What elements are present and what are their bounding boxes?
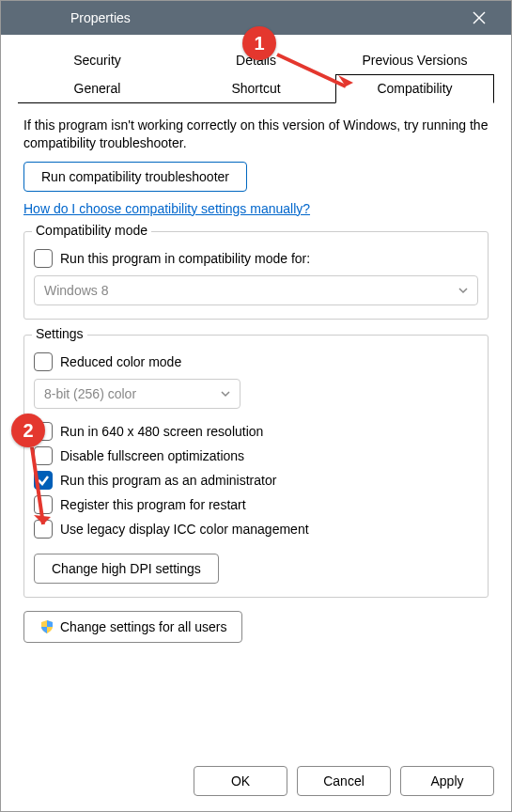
color-mode-select-value: 8-bit (256) color xyxy=(44,386,136,401)
compat-mode-row: Run this program in compatibility mode f… xyxy=(34,249,478,268)
tab-body: If this program isn't working correctly … xyxy=(18,103,494,745)
compat-mode-select-value: Windows 8 xyxy=(44,283,108,298)
compatibility-mode-group: Compatibility mode Run this program in c… xyxy=(23,231,489,320)
content-area: Security Details Previous Versions Gener… xyxy=(1,35,511,755)
annotation-badge-1: 1 xyxy=(242,26,276,60)
reduced-color-checkbox[interactable] xyxy=(34,352,53,371)
apply-button[interactable]: Apply xyxy=(400,766,494,796)
register-restart-label: Register this program for restart xyxy=(60,497,246,512)
change-dpi-button[interactable]: Change high DPI settings xyxy=(34,554,219,584)
legacy-icc-row: Use legacy display ICC color management xyxy=(34,520,478,539)
chevron-down-icon xyxy=(221,389,230,398)
window-title: Properties xyxy=(14,10,131,25)
change-all-users-button[interactable]: Change settings for all users xyxy=(23,611,242,643)
cancel-button[interactable]: Cancel xyxy=(297,766,391,796)
tab-general[interactable]: General xyxy=(18,74,177,102)
disable-fullscreen-row: Disable fullscreen optimizations xyxy=(34,446,478,465)
disable-fullscreen-label: Disable fullscreen optimizations xyxy=(60,448,244,463)
run-troubleshooter-button[interactable]: Run compatibility troubleshooter xyxy=(23,162,247,192)
intro-text: If this program isn't working correctly … xyxy=(23,117,489,152)
reduced-color-row: Reduced color mode xyxy=(34,352,478,371)
low-res-label: Run in 640 x 480 screen resolution xyxy=(60,424,263,439)
compat-mode-label: Run this program in compatibility mode f… xyxy=(60,251,310,266)
color-mode-select[interactable]: 8-bit (256) color xyxy=(34,379,240,409)
close-button[interactable] xyxy=(460,1,498,35)
group-title-compat: Compatibility mode xyxy=(32,223,151,238)
properties-window: Properties Security Details Previous Ver… xyxy=(0,0,512,812)
svg-line-2 xyxy=(277,55,346,86)
run-as-admin-row: Run this program as an administrator xyxy=(34,471,478,490)
help-link[interactable]: How do I choose compatibility settings m… xyxy=(23,201,310,216)
close-icon xyxy=(473,11,486,24)
svg-marker-5 xyxy=(34,515,51,524)
reduced-color-label: Reduced color mode xyxy=(60,354,181,369)
annotation-arrow-1 xyxy=(272,45,366,102)
legacy-icc-label: Use legacy display ICC color management xyxy=(60,522,309,537)
tab-security[interactable]: Security xyxy=(18,46,177,74)
chevron-down-icon xyxy=(458,286,468,295)
low-res-row: Run in 640 x 480 screen resolution xyxy=(34,422,478,441)
ok-button[interactable]: OK xyxy=(194,766,287,796)
shield-icon xyxy=(39,619,54,634)
svg-line-4 xyxy=(32,447,43,524)
compat-mode-select[interactable]: Windows 8 xyxy=(34,275,478,305)
run-as-admin-label: Run this program as an administrator xyxy=(60,473,276,488)
change-all-users-label: Change settings for all users xyxy=(60,619,226,634)
dialog-footer: OK Cancel Apply xyxy=(1,755,511,811)
settings-group: Settings Reduced color mode 8-bit (256) … xyxy=(23,335,489,598)
annotation-badge-2: 2 xyxy=(11,414,45,447)
group-title-settings: Settings xyxy=(32,326,87,341)
compat-mode-checkbox[interactable] xyxy=(34,249,53,268)
register-restart-row: Register this program for restart xyxy=(34,495,478,514)
annotation-arrow-2 xyxy=(19,442,66,545)
